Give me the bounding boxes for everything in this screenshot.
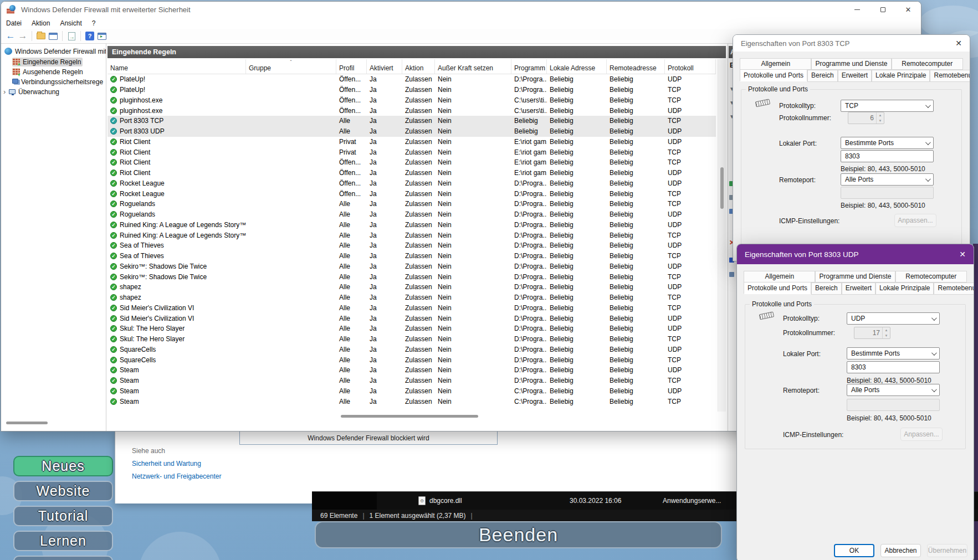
rule-row[interactable]: ✓Ruined King: A League of Legends Story™… — [107, 220, 716, 230]
rule-row[interactable]: ✓Skul: The Hero SlayerAlleJaZulassenNein… — [107, 334, 716, 345]
rule-row[interactable]: ✓SteamAlleJaZulassenNeinC:\Progra...Beli… — [107, 386, 716, 397]
link-network-sharing-center[interactable]: Netzwerk- und Freigabecenter — [132, 472, 221, 480]
rule-row[interactable]: ✓RoguelandsAlleJaZulassenNeinD:\Progra..… — [107, 199, 716, 209]
forward-icon[interactable]: → — [17, 30, 29, 42]
game-quit-button[interactable]: Beenden — [315, 521, 722, 548]
remote-port-select[interactable]: Alle Ports — [847, 384, 940, 396]
rule-row[interactable]: ✓Port 8303 TCPAlleJaZulassenNeinBeliebig… — [107, 116, 716, 126]
column-header-local_address[interactable]: Lokale Adresse — [547, 59, 607, 74]
dialog-udp-close-icon[interactable]: ✕ — [959, 250, 966, 259]
rule-row[interactable]: ✓Riot ClientPrivatJaZulassenNeinE:\riot … — [107, 137, 716, 147]
rule-row[interactable]: ✓pluginhost.exeÖffen...JaZulassenNeinC:\… — [107, 105, 716, 116]
rule-row[interactable]: ✓shapezAlleJaZulassenNeinD:\Progra...Bel… — [107, 282, 716, 292]
rule-row[interactable]: ✓Sid Meier's Civilization VIAlleJaZulass… — [107, 303, 716, 314]
protocol-number-stepper[interactable]: 17 ▲▼ — [854, 327, 890, 339]
dialog-tcp-close-icon[interactable]: ✕ — [955, 39, 962, 48]
show-console-tree-icon[interactable] — [47, 30, 59, 42]
column-header-profile[interactable]: Profil — [336, 59, 367, 74]
link-security-maintenance[interactable]: Sicherheit und Wartung — [132, 460, 201, 467]
remote-port-select[interactable]: Alle Ports — [841, 173, 934, 186]
tree-item-inbound-rules[interactable]: Eingehende Regeln — [12, 56, 83, 67]
menu-datei[interactable]: Datei — [1, 18, 27, 28]
tree-item-connection-security[interactable]: Verbindungssicherheitsrege — [12, 76, 103, 87]
tab-remotecomputer[interactable]: Remotecomputer — [892, 58, 963, 70]
rule-row[interactable]: ✓shapezAlleJaZulassenNeinD:\Progra...Bel… — [107, 292, 716, 303]
rule-row[interactable]: ✓RoguelandsAlleJaZulassenNeinD:\Progra..… — [107, 209, 716, 220]
tab-allgemein[interactable]: Allgemein — [744, 271, 815, 282]
action-pane-icon[interactable] — [96, 30, 108, 42]
column-header-enabled[interactable]: Aktiviert — [367, 59, 402, 74]
rule-row[interactable]: ✓Riot ClientÖffen...JaZulassenNeinE:\rio… — [107, 168, 716, 178]
tab-remotecomputer[interactable]: Remotecomputer — [895, 271, 967, 282]
rule-row[interactable]: ✓Sekiro™: Shadows Die TwiceAlleJaZulasse… — [107, 261, 716, 272]
table-vscrollbar[interactable] — [718, 59, 726, 412]
rule-row[interactable]: ✓Riot ClientPrivatJaZulassenNeinE:\riot … — [107, 147, 716, 157]
tab-protokolle-und-ports[interactable]: Protokolle und Ports — [744, 282, 811, 294]
rule-row[interactable]: ✓Ruined King: A League of Legends Story™… — [107, 230, 716, 240]
rule-row[interactable]: ✓Sid Meier's Civilization VIAlleJaZulass… — [107, 313, 716, 323]
tab-erweitert[interactable]: Erweitert — [838, 70, 872, 82]
rule-row[interactable]: ✓SteamAlleJaZulassenNeinD:\Progra...Beli… — [107, 376, 716, 386]
local-port-input[interactable]: 8303 — [847, 361, 940, 373]
game-menu-new-button[interactable]: Neues — [13, 456, 113, 476]
column-header-group[interactable]: Gruppeˆ — [246, 59, 336, 74]
tree-root-firewall[interactable]: Windows Defender Firewall mit — [4, 46, 106, 56]
rule-row[interactable]: ✓Port 8303 UDPAlleJaZulassenNeinBeliebig… — [107, 126, 716, 137]
back-icon[interactable]: ← — [4, 30, 17, 42]
tab-erweitert[interactable]: Erweitert — [842, 282, 875, 295]
rule-row[interactable]: ✓Sea of ThievesAlleJaZulassenNeinD:\Prog… — [107, 240, 716, 251]
maximize-button[interactable] — [870, 2, 895, 17]
chevron-right-icon[interactable]: › — [3, 88, 9, 96]
menu-aktion[interactable]: Aktion — [27, 18, 55, 28]
column-header-remote_address[interactable]: Remoteadresse — [607, 59, 665, 74]
rule-row[interactable]: ✓SquareCellsAlleJaZulassenNeinD:\Progra.… — [107, 355, 716, 365]
column-header-action[interactable]: Aktion — [402, 59, 435, 74]
tab-allgemein[interactable]: Allgemein — [740, 58, 811, 70]
cancel-button[interactable]: Abbrechen — [880, 544, 921, 557]
rule-row[interactable]: ✓Skul: The Hero SlayerAlleJaZulassenNein… — [107, 323, 716, 334]
export-list-icon[interactable] — [65, 30, 78, 42]
tree-hscrollbar[interactable] — [6, 422, 48, 424]
tree-item-monitoring[interactable]: › Überwachung — [3, 86, 59, 97]
column-header-name[interactable]: Name — [107, 59, 246, 74]
rule-row[interactable]: ✓SquareCellsAlleJaZulassenNeinD:\Progra.… — [107, 345, 716, 355]
tab-remotebenutzer[interactable]: Remotebenutzer — [930, 70, 970, 82]
rule-row[interactable]: ✓pluginhost.exeÖffen...JaZulassenNeinC:\… — [107, 95, 716, 106]
rule-row[interactable]: ✓SteamAlleJaZulassenNeinD:\Progra...Beli… — [107, 365, 716, 376]
rule-row[interactable]: ✓PlateUp!Öffen...JaZulassenNeinD:\Progra… — [107, 74, 716, 85]
tree-item-outbound-rules[interactable]: Ausgehende Regeln — [12, 66, 83, 77]
game-menu-learn-button[interactable]: Lernen — [13, 531, 113, 551]
ok-button[interactable]: OK — [834, 544, 874, 557]
help-action-icon[interactable] — [729, 272, 734, 277]
table-vscroll-thumb[interactable] — [720, 167, 724, 209]
protocol-type-select[interactable]: TCP — [841, 100, 934, 112]
rule-row[interactable]: ✓Sekiro™: Shadows Die TwiceAlleJaZulasse… — [107, 271, 716, 282]
tab-remotebenutzer[interactable]: Remotebenutzer — [934, 282, 974, 295]
column-header-protocol[interactable]: Protokoll — [665, 59, 716, 74]
column-header-program[interactable]: Programm — [511, 59, 547, 74]
rule-row[interactable]: ✓SteamAlleJaZulassenNeinC:\Progra...Beli… — [107, 396, 716, 407]
protocol-number-stepper[interactable]: 6 ▲▼ — [848, 112, 884, 124]
tab-programme-und-dienste[interactable]: Programme und Dienste — [815, 271, 895, 282]
tab-programme-und-dienste[interactable]: Programme und Dienste — [811, 58, 891, 70]
local-port-select[interactable]: Bestimmte Ports — [847, 347, 940, 359]
table-hscrollbar[interactable] — [341, 415, 478, 418]
tab-protokolle-und-ports[interactable]: Protokolle und Ports — [740, 69, 807, 81]
rule-row[interactable]: ✓PlateUp!Öffen...JaZulassenNeinD:\Progra… — [107, 85, 716, 95]
tab-lokale-prinzipale[interactable]: Lokale Prinzipale — [872, 70, 930, 82]
game-menu-partial-button[interactable] — [13, 556, 113, 560]
rule-row[interactable]: ✓Rocket LeagueÖffen...JaZulassenNeinD:\P… — [107, 178, 716, 189]
tab-bereich[interactable]: Bereich — [807, 70, 838, 82]
up-folder-icon[interactable] — [35, 30, 47, 42]
minimize-button[interactable] — [844, 2, 870, 17]
game-menu-tutorial-button[interactable]: Tutorial — [13, 506, 113, 526]
close-button[interactable]: ✕ — [895, 2, 921, 17]
local-port-select[interactable]: Bestimmte Ports — [841, 137, 934, 149]
game-menu-website-button[interactable]: Website — [13, 481, 113, 501]
tab-bereich[interactable]: Bereich — [811, 282, 842, 295]
rule-row[interactable]: ✓Rocket LeagueÖffen...JaZulassenNeinD:\P… — [107, 188, 716, 199]
menu-help[interactable]: ? — [87, 18, 101, 28]
protocol-type-select[interactable]: UDP — [847, 312, 940, 325]
rule-row[interactable]: ✓Riot ClientÖffen...JaZulassenNeinE:\rio… — [107, 157, 716, 168]
menu-ansicht[interactable]: Ansicht — [55, 18, 86, 28]
